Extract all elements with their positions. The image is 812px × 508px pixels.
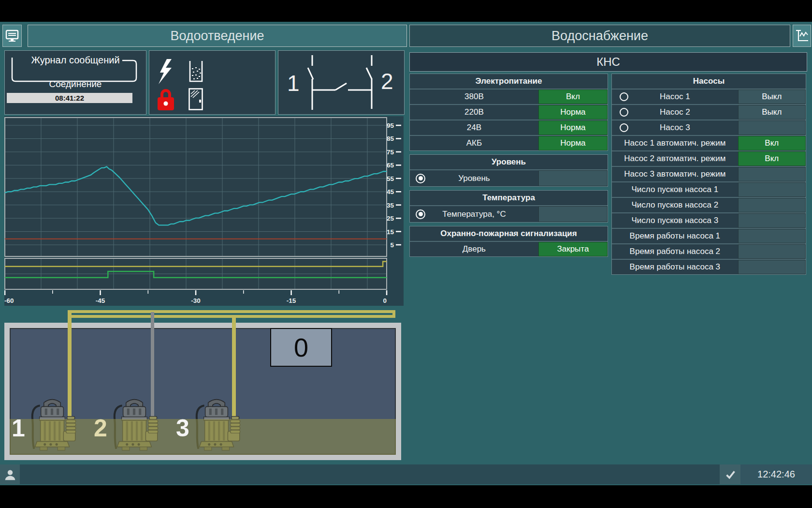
check-icon <box>724 468 737 481</box>
tab-water-supply-label: Водоснабжение <box>551 29 648 44</box>
svg-text:0: 0 <box>383 297 387 304</box>
message-log-icon <box>5 29 19 43</box>
row-value: Выкл <box>738 90 806 104</box>
svg-text:-45: -45 <box>96 297 105 304</box>
svg-text:45: 45 <box>387 188 394 195</box>
table-row: 24ВНорма <box>410 120 608 135</box>
discharge-pipe-elbow <box>392 310 395 318</box>
table-row: Насос 2 автоматич. режимВкл <box>612 151 806 166</box>
kns-section: НасосыНасос 1ВыклНасос 2ВыклНасос 3Насос… <box>611 74 806 275</box>
table-row: Насос 2Выкл <box>612 105 806 120</box>
table-row: АКБНорма <box>410 136 608 150</box>
table-row: Насос 3 <box>612 120 806 135</box>
svg-text:95: 95 <box>387 122 394 129</box>
row-label: Уровень <box>410 170 538 186</box>
row-label: Время работы насоса 1 <box>612 229 738 243</box>
trend-chart-icon <box>795 29 809 43</box>
system-clock-value: 12:42:46 <box>757 469 795 480</box>
svg-text:75: 75 <box>387 149 394 156</box>
row-label: Число пусков насоса 2 <box>612 198 738 212</box>
system-clock: 12:42:46 <box>740 464 812 484</box>
message-log-icon-button[interactable] <box>2 25 22 47</box>
kns-left-column: Электропитание380ВВкл220ВНорма24ВНормаАК… <box>409 74 608 260</box>
row-label: 24В <box>410 120 538 135</box>
svg-text:15: 15 <box>387 228 394 236</box>
table-row: Насос 1Выкл <box>612 90 806 104</box>
table-row: 380ВВкл <box>410 90 608 104</box>
row-value <box>738 167 806 181</box>
row-label: Время работы насоса 3 <box>612 260 738 274</box>
door-icon <box>188 88 203 110</box>
radio-selected-icon[interactable] <box>416 174 425 183</box>
pump-2-number: 2 <box>94 414 107 442</box>
svg-text:65: 65 <box>387 162 394 169</box>
row-value <box>738 120 806 135</box>
pump-status-circle-icon <box>620 92 628 101</box>
svg-text:-30: -30 <box>191 297 201 304</box>
tab-water-supply[interactable]: Водоснабжение <box>409 25 790 47</box>
water-level <box>10 419 396 455</box>
acknowledge-button[interactable] <box>720 464 740 484</box>
row-label: Насос 1 <box>612 90 738 104</box>
section-header: Насосы <box>612 74 806 89</box>
row-value: Вкл <box>738 136 806 150</box>
row-value <box>738 198 806 212</box>
section-header: Температура <box>410 191 608 205</box>
level-sensor-icon <box>188 60 203 83</box>
svg-text:35: 35 <box>387 202 394 209</box>
row-value: Выкл <box>738 105 806 120</box>
radio-selected-icon[interactable] <box>416 209 425 219</box>
lock-icon <box>158 88 174 110</box>
row-value <box>738 229 806 243</box>
discharge-pipe-top <box>68 310 395 313</box>
table-row: Насос 3 автоматич. режим <box>612 167 806 181</box>
kns-right-column: НасосыНасос 1ВыклНасос 2ВыклНасос 3Насос… <box>611 74 806 278</box>
row-label: Насос 1 автоматич. режим <box>612 136 738 150</box>
row-value: Норма <box>538 105 608 120</box>
level-display-value: 0 <box>294 332 308 362</box>
row-label: Насос 3 <box>612 120 738 135</box>
message-log-button[interactable]: Журнал сообщений <box>5 55 146 66</box>
status-panel: Журнал сообщений Соединение 08:41:22 <box>4 50 146 115</box>
station-title: КНС <box>409 52 807 72</box>
row-label: Температура, °C <box>410 206 538 222</box>
table-row: Насос 1 автоматич. режимВкл <box>612 136 806 150</box>
row-label: Время работы насоса 2 <box>612 244 738 259</box>
svg-text:85: 85 <box>387 135 394 142</box>
station-title-text: КНС <box>596 55 620 69</box>
tab-wastewater-label: Водоотведение <box>170 29 264 44</box>
level-display: 0 <box>270 328 332 367</box>
table-row: Температура, °C <box>410 206 608 222</box>
pump-status-circle-icon <box>620 123 628 132</box>
user-button[interactable] <box>0 464 20 484</box>
row-label: Число пусков насоса 1 <box>612 182 738 197</box>
svg-text:25: 25 <box>387 215 394 222</box>
row-value <box>538 206 608 222</box>
kns-section: УровеньУровень <box>409 154 608 187</box>
table-row: Время работы насоса 1 <box>612 229 806 243</box>
table-row: Число пусков насоса 1 <box>612 182 806 197</box>
section-header: Электропитание <box>410 74 608 89</box>
table-row: Уровень <box>410 170 608 186</box>
table-row: Время работы насоса 2 <box>612 244 806 259</box>
row-value <box>738 182 806 197</box>
row-label: Насос 2 <box>612 105 738 120</box>
trend-chart-panel: 5152535455565758595-60-45-30-150 <box>4 116 404 306</box>
pump-status-circle-icon <box>620 108 628 117</box>
row-value: Вкл <box>738 151 806 166</box>
power-switch-diagram: 1 2 <box>278 50 405 115</box>
lightning-icon <box>159 59 173 84</box>
alarm-icons-panel <box>149 50 276 115</box>
footer-bar: 12:42:46 <box>0 464 812 484</box>
connection-time: 08:41:22 <box>7 93 132 103</box>
table-row: Число пусков насоса 2 <box>612 198 806 212</box>
trend-icon-button[interactable] <box>793 25 811 47</box>
row-value: Норма <box>538 136 608 150</box>
row-value <box>738 244 806 259</box>
kns-section: Охранно-пожарная сигнализацияДверьЗакрыт… <box>409 226 608 257</box>
row-value: Вкл <box>538 90 608 104</box>
level-trend-chart[interactable]: 5152535455565758595-60-45-30-150 <box>4 116 404 306</box>
tab-wastewater[interactable]: Водоотведение <box>28 25 407 47</box>
row-label: 220В <box>410 105 538 120</box>
user-icon <box>4 468 16 481</box>
